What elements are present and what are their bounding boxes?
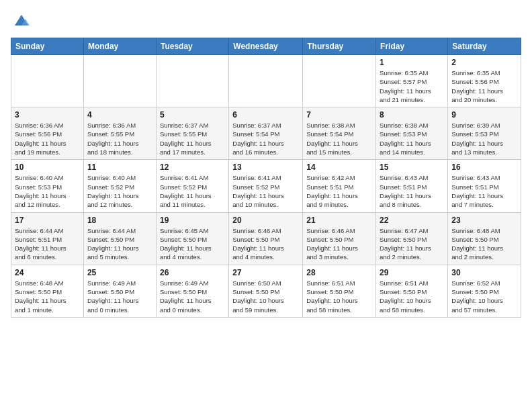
- weekday-header-wednesday: Wednesday: [229, 38, 303, 55]
- day-number: 7: [306, 110, 372, 120]
- calendar-cell: 1Sunrise: 6:35 AMSunset: 5:57 PMDaylight…: [376, 55, 448, 107]
- logo: [11, 11, 31, 30]
- calendar-cell: 14Sunrise: 6:42 AMSunset: 5:51 PMDayligh…: [303, 160, 376, 212]
- calendar-cell: 27Sunrise: 6:50 AMSunset: 5:50 PMDayligh…: [229, 265, 303, 317]
- day-info: Sunrise: 6:35 AMSunset: 5:56 PMDaylight:…: [451, 68, 517, 104]
- calendar-cell: [156, 55, 228, 107]
- calendar-cell: 28Sunrise: 6:51 AMSunset: 5:50 PMDayligh…: [303, 265, 376, 317]
- weekday-header-tuesday: Tuesday: [156, 38, 228, 55]
- day-info: Sunrise: 6:52 AMSunset: 5:50 PMDaylight:…: [451, 279, 517, 314]
- calendar-cell: 18Sunrise: 6:44 AMSunset: 5:50 PMDayligh…: [83, 212, 156, 265]
- weekday-header-thursday: Thursday: [303, 38, 376, 55]
- day-number: 4: [87, 110, 152, 120]
- weekday-header-saturday: Saturday: [448, 38, 521, 55]
- day-number: 23: [451, 216, 517, 225]
- day-info: Sunrise: 6:46 AMSunset: 5:50 PMDaylight:…: [306, 226, 372, 262]
- weekday-header-friday: Friday: [376, 38, 448, 55]
- day-number: 1: [380, 58, 444, 67]
- calendar-cell: 10Sunrise: 6:40 AMSunset: 5:53 PMDayligh…: [11, 160, 84, 212]
- day-info: Sunrise: 6:36 AMSunset: 5:56 PMDaylight:…: [15, 121, 80, 156]
- calendar-cell: 3Sunrise: 6:36 AMSunset: 5:56 PMDaylight…: [11, 107, 84, 160]
- day-number: 29: [380, 268, 444, 277]
- calendar-cell: 24Sunrise: 6:48 AMSunset: 5:50 PMDayligh…: [11, 265, 84, 317]
- page: SundayMondayTuesdayWednesdayThursdayFrid…: [0, 0, 532, 324]
- day-info: Sunrise: 6:48 AMSunset: 5:50 PMDaylight:…: [15, 279, 80, 314]
- calendar-cell: 25Sunrise: 6:49 AMSunset: 5:50 PMDayligh…: [83, 265, 156, 317]
- day-number: 11: [87, 163, 152, 172]
- day-number: 6: [232, 110, 299, 120]
- calendar-cell: 26Sunrise: 6:49 AMSunset: 5:50 PMDayligh…: [156, 265, 228, 317]
- calendar-cell: 11Sunrise: 6:40 AMSunset: 5:52 PMDayligh…: [83, 160, 156, 212]
- day-info: Sunrise: 6:43 AMSunset: 5:51 PMDaylight:…: [380, 173, 444, 209]
- day-number: 18: [87, 216, 152, 225]
- calendar-cell: 7Sunrise: 6:38 AMSunset: 5:54 PMDaylight…: [303, 107, 376, 160]
- day-info: Sunrise: 6:47 AMSunset: 5:50 PMDaylight:…: [380, 226, 444, 262]
- calendar-cell: 29Sunrise: 6:51 AMSunset: 5:50 PMDayligh…: [376, 265, 448, 317]
- calendar-week-row: 17Sunrise: 6:44 AMSunset: 5:51 PMDayligh…: [11, 212, 521, 265]
- calendar-cell: 15Sunrise: 6:43 AMSunset: 5:51 PMDayligh…: [376, 160, 448, 212]
- day-info: Sunrise: 6:39 AMSunset: 5:53 PMDaylight:…: [451, 121, 517, 156]
- day-info: Sunrise: 6:37 AMSunset: 5:55 PMDaylight:…: [160, 121, 225, 156]
- day-info: Sunrise: 6:51 AMSunset: 5:50 PMDaylight:…: [306, 279, 372, 314]
- day-number: 21: [306, 216, 372, 225]
- day-info: Sunrise: 6:38 AMSunset: 5:54 PMDaylight:…: [306, 121, 372, 156]
- calendar-cell: 8Sunrise: 6:38 AMSunset: 5:53 PMDaylight…: [376, 107, 448, 160]
- day-info: Sunrise: 6:41 AMSunset: 5:52 PMDaylight:…: [232, 173, 299, 209]
- calendar-week-row: 10Sunrise: 6:40 AMSunset: 5:53 PMDayligh…: [11, 160, 521, 212]
- calendar-cell: [83, 55, 156, 107]
- day-info: Sunrise: 6:40 AMSunset: 5:52 PMDaylight:…: [87, 173, 152, 209]
- weekday-header-row: SundayMondayTuesdayWednesdayThursdayFrid…: [11, 38, 521, 55]
- calendar-cell: 13Sunrise: 6:41 AMSunset: 5:52 PMDayligh…: [229, 160, 303, 212]
- header: [11, 11, 521, 30]
- calendar-cell: 9Sunrise: 6:39 AMSunset: 5:53 PMDaylight…: [448, 107, 521, 160]
- day-number: 8: [380, 110, 444, 120]
- day-info: Sunrise: 6:44 AMSunset: 5:51 PMDaylight:…: [15, 226, 80, 262]
- calendar-cell: 2Sunrise: 6:35 AMSunset: 5:56 PMDaylight…: [448, 55, 521, 107]
- day-info: Sunrise: 6:41 AMSunset: 5:52 PMDaylight:…: [160, 173, 225, 209]
- day-info: Sunrise: 6:50 AMSunset: 5:50 PMDaylight:…: [232, 279, 299, 314]
- calendar: SundayMondayTuesdayWednesdayThursdayFrid…: [11, 38, 521, 318]
- day-info: Sunrise: 6:37 AMSunset: 5:54 PMDaylight:…: [232, 121, 299, 156]
- calendar-cell: 22Sunrise: 6:47 AMSunset: 5:50 PMDayligh…: [376, 212, 448, 265]
- day-number: 19: [160, 216, 225, 225]
- calendar-week-row: 1Sunrise: 6:35 AMSunset: 5:57 PMDaylight…: [11, 55, 521, 107]
- day-info: Sunrise: 6:36 AMSunset: 5:55 PMDaylight:…: [87, 121, 152, 156]
- day-number: 5: [160, 110, 225, 120]
- calendar-cell: [11, 55, 84, 107]
- day-number: 2: [451, 58, 517, 67]
- day-info: Sunrise: 6:44 AMSunset: 5:50 PMDaylight:…: [87, 226, 152, 262]
- day-info: Sunrise: 6:49 AMSunset: 5:50 PMDaylight:…: [87, 279, 152, 314]
- day-info: Sunrise: 6:46 AMSunset: 5:50 PMDaylight:…: [232, 226, 299, 262]
- day-info: Sunrise: 6:35 AMSunset: 5:57 PMDaylight:…: [380, 68, 444, 104]
- day-info: Sunrise: 6:43 AMSunset: 5:51 PMDaylight:…: [451, 173, 517, 209]
- calendar-cell: [303, 55, 376, 107]
- calendar-week-row: 3Sunrise: 6:36 AMSunset: 5:56 PMDaylight…: [11, 107, 521, 160]
- calendar-cell: 23Sunrise: 6:48 AMSunset: 5:50 PMDayligh…: [448, 212, 521, 265]
- day-info: Sunrise: 6:48 AMSunset: 5:50 PMDaylight:…: [451, 226, 517, 262]
- calendar-cell: 20Sunrise: 6:46 AMSunset: 5:50 PMDayligh…: [229, 212, 303, 265]
- calendar-cell: 12Sunrise: 6:41 AMSunset: 5:52 PMDayligh…: [156, 160, 228, 212]
- calendar-cell: 4Sunrise: 6:36 AMSunset: 5:55 PMDaylight…: [83, 107, 156, 160]
- calendar-cell: 16Sunrise: 6:43 AMSunset: 5:51 PMDayligh…: [448, 160, 521, 212]
- day-number: 9: [451, 110, 517, 120]
- calendar-week-row: 24Sunrise: 6:48 AMSunset: 5:50 PMDayligh…: [11, 265, 521, 317]
- day-info: Sunrise: 6:49 AMSunset: 5:50 PMDaylight:…: [160, 279, 225, 314]
- day-number: 28: [306, 268, 372, 277]
- day-number: 27: [232, 268, 299, 277]
- day-info: Sunrise: 6:45 AMSunset: 5:50 PMDaylight:…: [160, 226, 225, 262]
- calendar-cell: 5Sunrise: 6:37 AMSunset: 5:55 PMDaylight…: [156, 107, 228, 160]
- day-number: 30: [451, 268, 517, 277]
- day-number: 22: [380, 216, 444, 225]
- calendar-cell: [229, 55, 303, 107]
- day-number: 15: [380, 163, 444, 172]
- calendar-cell: 19Sunrise: 6:45 AMSunset: 5:50 PMDayligh…: [156, 212, 228, 265]
- day-info: Sunrise: 6:51 AMSunset: 5:50 PMDaylight:…: [380, 279, 444, 314]
- logo-icon: [12, 11, 31, 30]
- day-number: 12: [160, 163, 225, 172]
- weekday-header-sunday: Sunday: [11, 38, 84, 55]
- day-number: 10: [15, 163, 80, 172]
- day-number: 13: [232, 163, 299, 172]
- day-number: 25: [87, 268, 152, 277]
- calendar-cell: 21Sunrise: 6:46 AMSunset: 5:50 PMDayligh…: [303, 212, 376, 265]
- day-number: 20: [232, 216, 299, 225]
